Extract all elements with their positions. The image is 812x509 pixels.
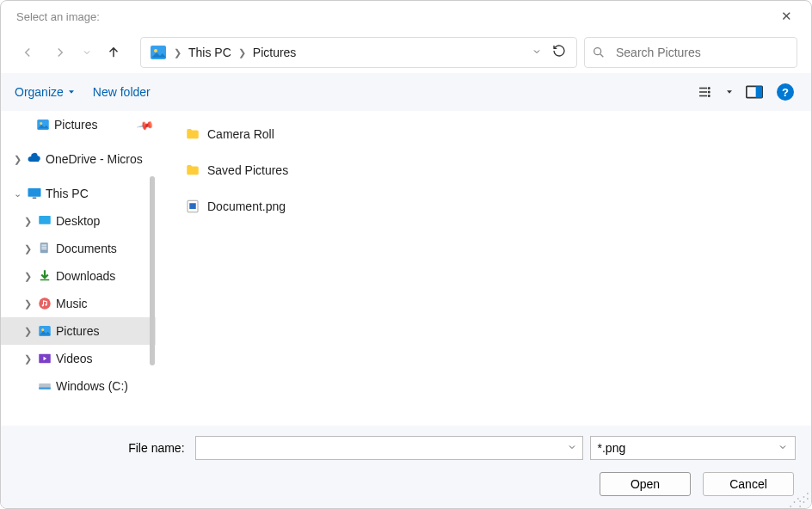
file-open-dialog: Select an image: ✕ ❯ This PC ❯ Pictures [0, 0, 812, 509]
svg-rect-7 [756, 86, 763, 97]
chevron-right-icon: ❯ [22, 298, 34, 310]
chevron-right-icon: ❯ [22, 243, 34, 254]
open-button[interactable]: Open [600, 472, 691, 496]
toolbar: Organize New folder ? [1, 73, 811, 111]
filetype-filter[interactable]: *.png [590, 436, 796, 460]
onedrive-icon [27, 151, 42, 167]
desktop-icon [37, 213, 52, 229]
breadcrumb-this-pc[interactable]: This PC [183, 46, 237, 59]
address-dropdown[interactable] [525, 46, 549, 58]
svg-rect-12 [39, 216, 51, 224]
monitor-icon [27, 186, 42, 201]
folder-icon [185, 163, 200, 178]
svg-rect-27 [189, 203, 196, 209]
svg-rect-11 [33, 198, 37, 199]
resize-grip[interactable]: ⋰⋰⋰ [789, 494, 808, 505]
sidebar-scrollbar[interactable] [150, 176, 155, 365]
svg-point-3 [709, 88, 710, 89]
pin-icon: 📌 [136, 115, 155, 133]
sidebar-item-videos[interactable]: ❯ Videos [1, 345, 156, 372]
new-folder-button[interactable]: New folder [93, 85, 151, 99]
nav-row: ❯ This PC ❯ Pictures [1, 32, 811, 73]
svg-point-18 [39, 297, 51, 310]
close-button[interactable]: ✕ [774, 5, 799, 28]
svg-rect-13 [40, 242, 48, 253]
chevron-down-icon [778, 442, 788, 454]
dialog-title: Select an image: [16, 10, 100, 23]
sidebar-item-downloads[interactable]: ❯ Downloads [1, 262, 156, 290]
svg-rect-15 [41, 247, 46, 248]
refresh-button[interactable] [549, 44, 569, 61]
file-document-png[interactable]: Document.png [185, 193, 811, 219]
view-menu[interactable] [692, 80, 717, 104]
filename-label: File name: [16, 441, 188, 455]
filename-dropdown[interactable] [562, 442, 577, 454]
svg-rect-10 [28, 188, 41, 197]
search-input[interactable] [614, 45, 790, 60]
downloads-icon [37, 268, 52, 284]
documents-icon [37, 241, 52, 256]
chevron-down-icon: ⌄ [11, 188, 23, 199]
svg-point-5 [709, 95, 710, 97]
search-icon [592, 46, 606, 59]
folder-saved-pictures[interactable]: Saved Pictures [185, 157, 811, 183]
svg-point-2 [594, 48, 601, 55]
pictures-icon [148, 42, 169, 63]
svg-point-22 [41, 328, 44, 331]
organize-menu[interactable]: Organize [15, 85, 76, 99]
svg-rect-14 [41, 245, 46, 246]
svg-point-1 [154, 49, 157, 52]
svg-point-20 [45, 304, 46, 305]
sidebar-item-onedrive[interactable]: ❯ OneDrive - Micros [1, 145, 156, 173]
chevron-right-icon: ❯ [22, 216, 34, 227]
recent-dropdown[interactable] [80, 40, 94, 65]
preview-pane-button[interactable] [742, 80, 766, 104]
folder-icon [185, 126, 200, 142]
breadcrumb-pictures[interactable]: Pictures [248, 46, 302, 59]
title-bar: Select an image: ✕ [1, 1, 811, 32]
music-icon [37, 296, 52, 311]
sidebar-item-desktop[interactable]: ❯ Desktop [1, 207, 156, 235]
drive-icon [37, 378, 52, 394]
sidebar-item-music[interactable]: ❯ Music [1, 290, 156, 317]
chevron-right-icon: ❯ [11, 154, 23, 165]
sidebar-item-this-pc[interactable]: ⌄ This PC [1, 180, 156, 207]
svg-rect-16 [41, 248, 46, 249]
svg-point-4 [709, 91, 710, 93]
image-file-icon [185, 199, 200, 214]
svg-rect-17 [40, 279, 50, 281]
folder-camera-roll[interactable]: Camera Roll [185, 121, 811, 147]
view-dropdown[interactable] [723, 80, 735, 104]
sidebar-item-windows-c[interactable]: Windows (C:) [1, 372, 156, 400]
svg-point-19 [42, 304, 44, 306]
sidebar-item-pictures[interactable]: ❯ Pictures [1, 317, 156, 345]
filename-input[interactable] [201, 440, 562, 456]
chevron-right-icon: ❯ [22, 271, 34, 282]
svg-point-9 [40, 122, 42, 125]
chevron-right-icon: ❯ [22, 353, 34, 365]
chevron-right-icon: ❯ [237, 47, 248, 58]
chevron-right-icon: ❯ [22, 326, 34, 337]
sidebar: Pictures 📌 ❯ OneDrive - Micros ⌄ This PC… [1, 111, 156, 426]
cancel-button[interactable]: Cancel [703, 472, 794, 496]
pictures-icon [37, 323, 52, 339]
back-button[interactable] [15, 40, 40, 65]
videos-icon [37, 351, 52, 366]
svg-rect-25 [39, 388, 51, 389]
forward-button[interactable] [47, 40, 73, 65]
sidebar-item-documents[interactable]: ❯ Documents [1, 235, 156, 262]
sidebar-item-pictures-quick[interactable]: Pictures 📌 [1, 111, 156, 138]
pictures-icon [35, 117, 51, 132]
address-bar[interactable]: ❯ This PC ❯ Pictures [140, 37, 577, 68]
footer: File name: *.png Open Cancel [1, 426, 811, 508]
up-button[interactable] [101, 40, 126, 65]
filename-input-wrapper[interactable] [195, 436, 583, 460]
file-list[interactable]: Camera Roll Saved Pictures Document.png [161, 111, 811, 426]
search-box[interactable] [584, 37, 797, 68]
chevron-right-icon: ❯ [172, 47, 183, 58]
help-button[interactable]: ? [773, 80, 797, 104]
